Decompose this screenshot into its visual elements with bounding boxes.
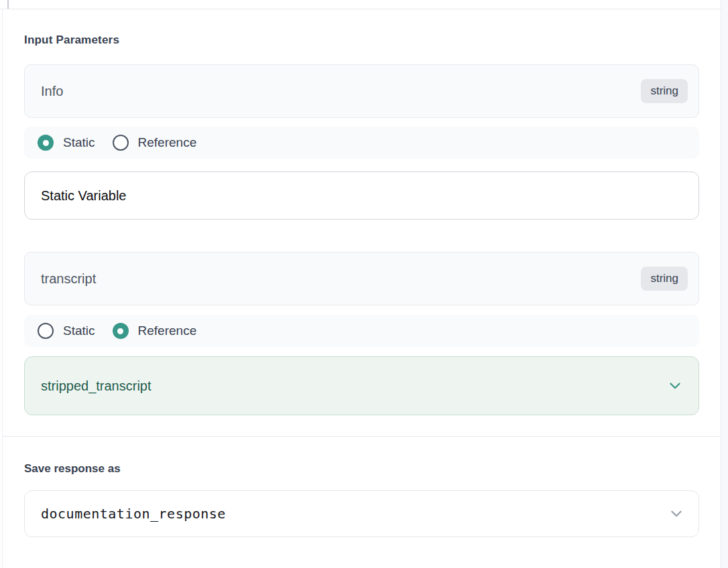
save-response-select[interactable]: documentation_response [24, 490, 699, 537]
radio-option-reference[interactable]: Reference [113, 135, 197, 151]
section-heading: Input Parameters [24, 33, 699, 47]
panel-left-border [2, 9, 3, 568]
chevron-down-icon [666, 377, 684, 395]
radio-unselected-icon[interactable] [38, 323, 54, 339]
radio-label-reference[interactable]: Reference [138, 135, 197, 150]
param-info-static-value-input[interactable] [24, 171, 699, 220]
param-header-info: Info string [24, 64, 699, 118]
radio-option-static[interactable]: Static [38, 135, 95, 151]
save-response-value: documentation_response [41, 506, 226, 522]
radio-label-reference[interactable]: Reference [138, 324, 197, 338]
param-info-mode-radio-group: Static Reference [24, 127, 699, 159]
input-parameters-panel: Input Parameters Info string Static Refe… [24, 9, 699, 537]
param-transcript-reference-select[interactable]: stripped_transcript [24, 356, 699, 415]
radio-label-static[interactable]: Static [63, 135, 95, 150]
radio-option-static[interactable]: Static [38, 323, 95, 339]
save-response-label: Save response as [24, 462, 699, 476]
panel-right-gutter [721, 0, 728, 568]
param-type-badge: string [641, 79, 688, 103]
param-header-transcript: transcript string [24, 252, 699, 305]
radio-label-static[interactable]: Static [63, 324, 95, 338]
top-edge-tick [7, 0, 9, 9]
radio-selected-icon[interactable] [38, 135, 54, 151]
reference-select-value: stripped_transcript [41, 378, 151, 394]
param-transcript-mode-radio-group: Static Reference [24, 315, 699, 347]
radio-unselected-icon[interactable] [113, 135, 129, 151]
radio-selected-icon[interactable] [113, 323, 129, 339]
param-type-badge: string [641, 267, 688, 291]
section-divider [3, 436, 721, 437]
param-name: Info [41, 84, 63, 99]
radio-option-reference[interactable]: Reference [113, 323, 197, 339]
chevron-down-icon [668, 505, 685, 522]
param-name: transcript [41, 271, 96, 287]
